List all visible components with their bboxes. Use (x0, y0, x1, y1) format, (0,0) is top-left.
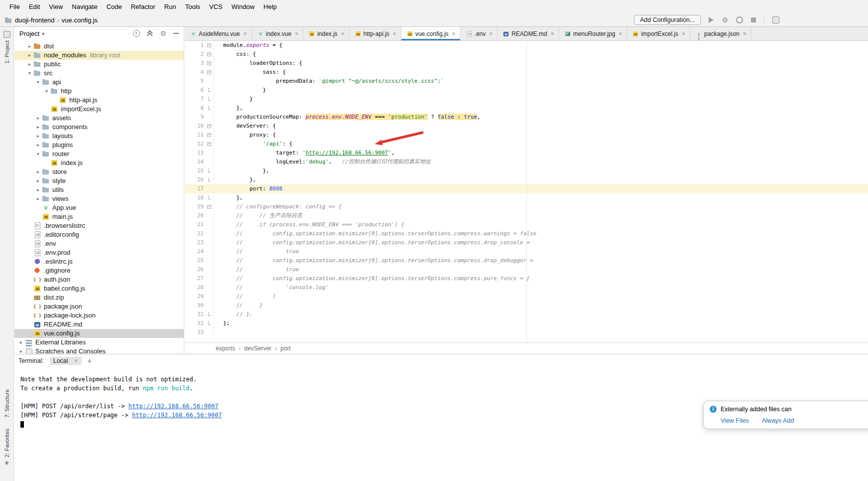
tree-item-.editorconfig[interactable]: .editorconfig (14, 230, 184, 239)
stripe-project-button[interactable]: 1: Project (3, 31, 10, 63)
menu-run[interactable]: Run (160, 2, 181, 11)
tree-item-http-api.js[interactable]: http-api.js (14, 96, 184, 105)
chevron-down-icon[interactable]: ▾ (34, 78, 42, 87)
editor-tab-README.md[interactable]: README.md× (497, 27, 559, 40)
tree-item-App.vue[interactable]: App.vue (14, 203, 184, 212)
stripe-favorites-button[interactable]: 2: Favorites ★ (4, 429, 10, 466)
editor-tab-http-api.js[interactable]: http-api.js× (350, 27, 401, 40)
chevron-right-icon[interactable]: ▸ (34, 114, 42, 123)
editor-tab-menuRouter.jpg[interactable]: menuRouter.jpg× (559, 27, 627, 40)
chevron-down-icon[interactable]: ▾ (26, 69, 33, 78)
tree-item-External Libraries[interactable]: ▸External Libraries (14, 338, 184, 347)
menu-vcs[interactable]: VCS (205, 2, 227, 11)
chevron-right-icon[interactable]: ▸ (34, 176, 42, 185)
close-icon[interactable]: × (682, 30, 685, 37)
notification-action-view-files[interactable]: View Files (721, 417, 749, 424)
notification-action-always-add[interactable]: Always Add (762, 417, 794, 424)
vcs-update-icon[interactable] (772, 16, 779, 23)
tree-item-utils[interactable]: ▸utils (14, 185, 184, 194)
close-icon[interactable]: × (743, 30, 746, 37)
fold-end-icon[interactable] (206, 95, 214, 104)
chevron-right-icon[interactable]: ▸ (34, 132, 42, 141)
tree-item-.env[interactable]: .env (14, 239, 184, 248)
settings-gear-icon[interactable]: ⚙ (722, 16, 728, 23)
fold-end-icon[interactable] (206, 86, 214, 95)
chevron-right-icon[interactable]: ▸ (34, 123, 42, 132)
tree-item-.eslintrc.js[interactable]: .eslintrc.js (14, 257, 184, 266)
fold-start-icon[interactable] (206, 131, 214, 140)
chevron-right-icon[interactable]: ▸ (34, 185, 42, 194)
add-configuration-button[interactable]: Add Configuration... (634, 15, 701, 25)
tree-item-index.js[interactable]: index.js (14, 159, 184, 167)
editor-tab-importExcel.js[interactable]: importExcel.js× (627, 27, 690, 40)
tree-item-README.md[interactable]: README.md (14, 320, 184, 329)
menu-navigate[interactable]: Navigate (67, 2, 102, 11)
fold-end-icon[interactable] (206, 166, 214, 175)
tree-item-dist.zip[interactable]: dist.zip (14, 293, 184, 302)
close-icon[interactable]: × (551, 30, 554, 37)
chevron-right-icon[interactable]: ▸ (26, 60, 33, 69)
tree-item-layouts[interactable]: ▸layouts (14, 132, 184, 141)
tree-item-.gitignore[interactable]: .gitignore (14, 266, 184, 275)
tree-item-store[interactable]: ▸store (14, 167, 184, 176)
editor-tab-package.json[interactable]: package.json× (690, 27, 751, 40)
close-icon[interactable]: × (244, 30, 247, 37)
editor-tab-index.js[interactable]: index.js× (303, 27, 350, 40)
chevron-down-icon[interactable]: ▾ (42, 31, 44, 36)
collapse-all-icon[interactable] (147, 30, 153, 36)
chevron-right-icon[interactable]: ▸ (17, 347, 25, 354)
fold-start-icon[interactable] (206, 50, 214, 59)
editor-tab-AsideMenu.vue[interactable]: AsideMenu.vue× (185, 27, 252, 40)
breadcrumb-project[interactable]: duoji-frontend (15, 16, 55, 24)
close-icon[interactable]: × (341, 30, 345, 37)
chevron-right-icon[interactable]: ▸ (26, 42, 33, 51)
run-icon[interactable] (709, 17, 714, 23)
gear-icon[interactable]: ⚙ (160, 30, 166, 37)
stripe-structure-button[interactable]: 7: Structure (4, 389, 10, 418)
editor-tab-index.vue[interactable]: index.vue× (252, 27, 303, 40)
fold-start-icon[interactable] (206, 122, 214, 131)
new-terminal-icon[interactable]: + (88, 357, 92, 365)
fold-end-icon[interactable] (206, 310, 214, 319)
editor-tab-vue.config.js[interactable]: vue.config.js× (401, 27, 461, 40)
fold-end-icon[interactable] (206, 104, 214, 113)
tree-item-assets[interactable]: ▸assets (14, 114, 184, 123)
menu-tools[interactable]: Tools (181, 2, 205, 11)
tree-item-main.js[interactable]: main.js (14, 212, 184, 221)
tree-item-auth.json[interactable]: auth.json (14, 275, 184, 284)
fold-end-icon[interactable] (206, 319, 214, 328)
tree-item-vue.config.js[interactable]: vue.config.js (14, 329, 184, 338)
fold-end-icon[interactable] (206, 193, 214, 202)
fold-start-icon[interactable] (206, 140, 214, 149)
fold-end-icon[interactable] (206, 175, 214, 184)
tree-item-.env.prod[interactable]: .env.prod (14, 248, 184, 257)
profiler-icon[interactable] (736, 16, 743, 23)
fold-start-icon[interactable] (206, 202, 214, 211)
close-icon[interactable]: × (295, 30, 298, 37)
chevron-down-icon[interactable]: ▾ (43, 87, 50, 96)
stop-icon[interactable] (751, 17, 756, 22)
tree-item-dist[interactable]: ▸dist (14, 42, 184, 51)
locate-file-icon[interactable] (133, 30, 140, 37)
close-icon[interactable]: × (489, 30, 493, 37)
hide-panel-icon[interactable] (173, 33, 179, 34)
menu-code[interactable]: Code (102, 2, 126, 11)
menu-view[interactable]: View (44, 2, 67, 11)
tree-item-components[interactable]: ▸components (14, 123, 184, 132)
tree-item-src[interactable]: ▾src (14, 69, 184, 78)
terminal-tab-local[interactable]: Local × (50, 357, 82, 365)
close-icon[interactable]: × (75, 357, 78, 364)
chevron-down-icon[interactable]: ▾ (34, 150, 42, 159)
fold-start-icon[interactable] (206, 59, 214, 68)
chevron-right-icon[interactable]: ▸ (17, 338, 25, 347)
project-panel-title[interactable]: Project (19, 30, 39, 37)
tree-item-style[interactable]: ▸style (14, 176, 184, 185)
tree-item-importExcel.js[interactable]: importExcel.js (14, 105, 184, 114)
tree-item-public[interactable]: ▸public (14, 60, 184, 69)
menu-window[interactable]: Window (227, 2, 259, 11)
chevron-right-icon[interactable]: ▸ (34, 167, 42, 176)
close-icon[interactable]: × (393, 30, 396, 37)
menu-help[interactable]: Help (259, 2, 281, 11)
tree-item-http[interactable]: ▾http (14, 87, 184, 96)
code-editor[interactable]: 1module.exports = {2 css: {3 loaderOptio… (185, 41, 868, 342)
